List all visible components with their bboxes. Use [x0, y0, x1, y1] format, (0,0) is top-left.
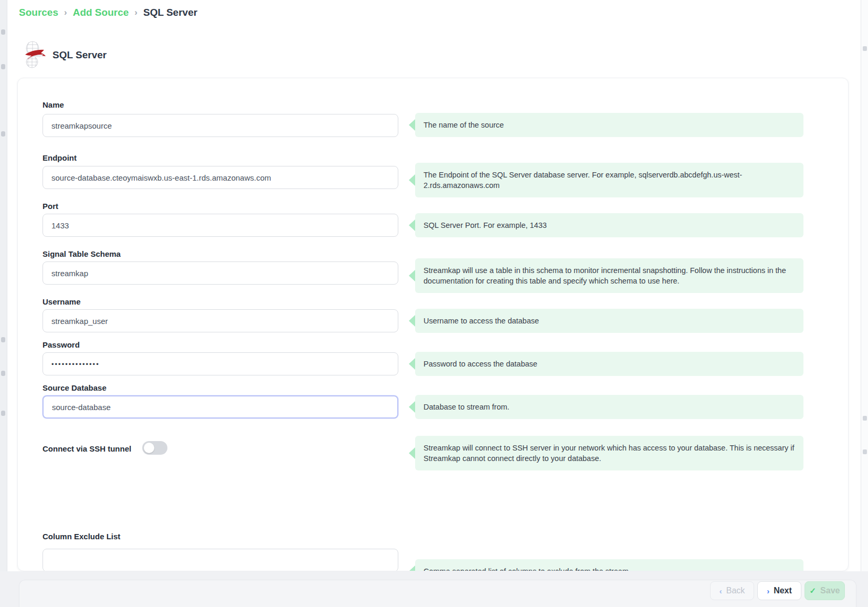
endpoint-label: Endpoint	[43, 153, 77, 162]
name-hint: The name of the source	[415, 113, 803, 137]
source-database-hint: Database to stream from.	[415, 395, 803, 419]
toggle-knob	[144, 443, 154, 453]
port-hint: SQL Server Port. For example, 1433	[415, 213, 803, 237]
hint-arrow-icon	[409, 447, 415, 459]
next-button[interactable]: › Next	[757, 581, 801, 600]
signal-table-schema-hint: Streamkap will use a table in this schem…	[415, 258, 803, 293]
breadcrumb-sources-link[interactable]: Sources	[19, 7, 58, 18]
signal-table-schema-label: Signal Table Schema	[43, 249, 121, 258]
breadcrumb-separator-icon: ›	[134, 7, 137, 18]
name-input[interactable]	[43, 114, 398, 137]
vertical-scrollbar[interactable]	[861, 0, 868, 607]
port-label: Port	[43, 202, 58, 211]
hint-arrow-icon	[409, 566, 415, 571]
signal-table-schema-input[interactable]	[43, 261, 398, 285]
username-hint: Username to access the database	[415, 309, 803, 333]
page-title: SQL Server	[52, 49, 107, 61]
sql-server-logo-icon	[21, 40, 47, 68]
endpoint-hint: The Endpoint of the SQL Server database …	[415, 163, 803, 197]
save-button[interactable]: ✓ Save	[805, 581, 845, 600]
source-config-card: Name The name of the source Endpoint The…	[17, 78, 849, 571]
password-input[interactable]	[43, 352, 398, 375]
port-input[interactable]	[43, 214, 398, 237]
wizard-footer: ‹ Back › Next ✓ Save	[0, 571, 868, 607]
breadcrumb-current: SQL Server	[143, 7, 197, 18]
ssh-tunnel-toggle[interactable]	[142, 441, 167, 455]
column-exclude-list-input[interactable]	[43, 549, 398, 571]
chevron-left-icon: ‹	[719, 587, 722, 595]
background-page-edge	[0, 0, 7, 607]
column-exclude-list-hint: Comma separated list of columns to exclu…	[415, 559, 803, 571]
breadcrumb-add-source-link[interactable]: Add Source	[73, 7, 129, 18]
chevron-right-icon: ›	[767, 587, 769, 595]
username-label: Username	[43, 297, 81, 306]
breadcrumb-separator-icon: ›	[64, 7, 67, 18]
name-label: Name	[43, 100, 64, 109]
ssh-tunnel-hint: Streamkap will connect to SSH server in …	[415, 436, 803, 470]
breadcrumb: Sources › Add Source › SQL Server	[19, 7, 197, 18]
username-input[interactable]	[43, 309, 398, 332]
hint-arrow-icon	[409, 401, 415, 413]
hint-arrow-icon	[409, 119, 415, 131]
hint-arrow-icon	[409, 358, 415, 370]
source-database-label: Source Database	[43, 383, 107, 392]
password-hint: Password to access the database	[415, 352, 803, 376]
column-exclude-list-label: Column Exclude List	[43, 532, 120, 541]
hint-arrow-icon	[409, 174, 415, 186]
password-label: Password	[43, 340, 80, 349]
check-icon: ✓	[810, 586, 817, 595]
hint-arrow-icon	[409, 270, 415, 281]
source-database-input[interactable]	[43, 395, 398, 418]
hint-arrow-icon	[409, 315, 415, 327]
ssh-tunnel-label: Connect via SSH tunnel	[43, 444, 131, 453]
endpoint-input[interactable]	[43, 166, 398, 189]
back-button[interactable]: ‹ Back	[710, 581, 754, 600]
hint-arrow-icon	[409, 219, 415, 231]
